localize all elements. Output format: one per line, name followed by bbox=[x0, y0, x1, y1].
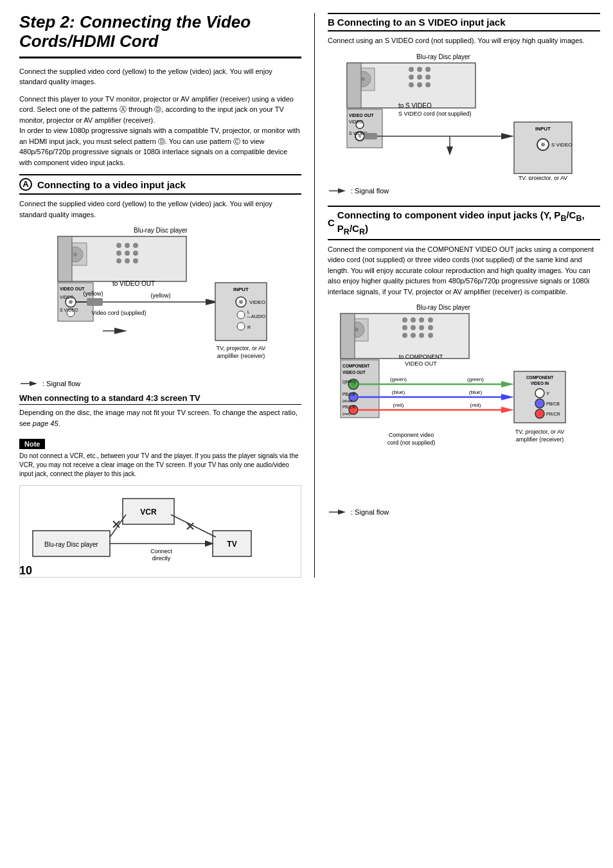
comp-cord-label2: cord (not supplied) bbox=[387, 439, 436, 446]
comp-in-label: COMPONENT bbox=[526, 375, 553, 380]
diagram-b-svg: Blu-ray Disc player bbox=[328, 51, 600, 180]
connector-dot-a2 bbox=[125, 243, 130, 248]
section-a-desc: Connect the supplied video cord (yellow)… bbox=[19, 199, 301, 220]
red-label-out: (red) bbox=[342, 412, 351, 416]
tv-svideo-label-b: S VIDEO bbox=[551, 142, 572, 148]
signal-flow-c: : Signal flow bbox=[328, 508, 600, 517]
pb-label-out: PB/CB bbox=[342, 392, 355, 396]
y-label-in: Y bbox=[546, 391, 550, 396]
prcr-label-in: PR/CR bbox=[546, 412, 560, 416]
signal-flow-a: : Signal flow bbox=[19, 379, 301, 388]
bluray-label-c: Blu-ray Disc player bbox=[416, 304, 471, 311]
input-label-b: INPUT bbox=[535, 126, 551, 132]
blue-label-cable: (blue) bbox=[392, 389, 405, 395]
diagram-a-svg: Blu-ray Disc player bbox=[19, 225, 302, 373]
yellow-label-a1: (yellow) bbox=[83, 290, 103, 297]
green-label-out: (green) bbox=[342, 379, 356, 384]
cable-conn-a bbox=[87, 298, 103, 306]
dot-c2 bbox=[411, 317, 416, 323]
green-label-cable-r: (green) bbox=[467, 376, 484, 382]
left-column: Step 2: Connecting the Video Cords/HDMI … bbox=[19, 13, 315, 578]
signal-flow-arrow-b bbox=[328, 186, 347, 195]
video-jack-center-a bbox=[69, 300, 73, 304]
pr-label-out: PR/CR bbox=[342, 405, 356, 409]
to-svideo-label: to S VIDEO bbox=[398, 102, 432, 109]
note-label: Note bbox=[19, 439, 45, 449]
dot-c9 bbox=[402, 333, 407, 338]
main-title: Step 2: Connecting the Video Cords/HDMI … bbox=[19, 13, 301, 58]
section-b-title: B Connecting to an S VIDEO input jack bbox=[328, 13, 600, 31]
video-out-text-b: VIDEO OUT bbox=[349, 113, 374, 118]
dot-c12 bbox=[428, 333, 433, 338]
section-b-letter: B bbox=[328, 17, 335, 28]
line-vcr-tv bbox=[171, 515, 216, 537]
signal-flow-text-c: : Signal flow bbox=[351, 508, 389, 516]
input-label-a: INPUT bbox=[233, 287, 249, 292]
connector-dot-a6 bbox=[133, 251, 138, 256]
subsection-4-3-title: When connecting to a standard 4:3 screen… bbox=[19, 393, 301, 405]
tv-projector-label-a2: amplifier (receiver) bbox=[217, 353, 265, 359]
svideo-cord-label: S VIDEO cord (not supplied) bbox=[398, 111, 472, 117]
disc-center-c bbox=[355, 328, 359, 332]
section-a-letter: A bbox=[19, 178, 32, 191]
dot-c11 bbox=[419, 333, 424, 338]
dot-c5 bbox=[402, 325, 407, 330]
connector-dot-a1 bbox=[116, 243, 121, 248]
audio-l-label-a: L bbox=[247, 310, 250, 314]
tv-audio-l-a bbox=[237, 311, 245, 319]
section-b: B Connecting to an S VIDEO input jack Co… bbox=[328, 13, 600, 195]
dot-c6 bbox=[411, 325, 416, 330]
arrow-b bbox=[501, 133, 514, 139]
dots-b4 bbox=[409, 75, 414, 80]
to-video-out-label: to VIDEO OUT bbox=[112, 280, 155, 287]
y-jack-in bbox=[535, 389, 544, 398]
bluray-label-b: Blu-ray Disc player bbox=[416, 53, 471, 60]
pb-jack-in bbox=[535, 399, 544, 408]
section-c-label: Connecting to component video input jack… bbox=[337, 209, 600, 236]
dots-b9 bbox=[425, 82, 431, 87]
connector-dot-a7 bbox=[116, 258, 121, 263]
diagram-c: Blu-ray Disc player bbox=[328, 302, 600, 502]
vcr-label: VCR bbox=[140, 508, 157, 517]
video-label-b: VIDEO bbox=[349, 120, 363, 124]
comp-out-text: COMPONENT bbox=[342, 364, 369, 368]
svideo-label-a: S VIDEO bbox=[60, 308, 78, 312]
tv-svideo-center-b bbox=[541, 143, 545, 146]
audio-label-a: —AUDIO bbox=[247, 314, 266, 319]
green-arrow bbox=[501, 381, 514, 387]
yellow-label-a2: (yellow) bbox=[150, 292, 170, 299]
video-cord-label-a: Video cord (supplied) bbox=[92, 310, 147, 316]
connector-dot-a4 bbox=[116, 251, 121, 256]
diagram-a: Blu-ray Disc player bbox=[19, 225, 301, 374]
intro-text-2: Connect this player to your TV monitor, … bbox=[19, 94, 301, 168]
tv-label-c2: amplifier (receiver) bbox=[516, 436, 564, 443]
disc-center-b bbox=[361, 77, 365, 81]
svg-marker-5 bbox=[338, 509, 346, 515]
section-c: C Connecting to component video input ja… bbox=[328, 206, 600, 517]
dots-b7 bbox=[409, 82, 414, 87]
section-b-desc: Connect using an S VIDEO cord (not suppl… bbox=[328, 35, 600, 46]
left-panel-c bbox=[341, 314, 355, 359]
bluray-label-a: Blu-ray Disc player bbox=[134, 227, 188, 234]
blue-label-out: (blue) bbox=[342, 399, 352, 403]
page-number: 10 bbox=[19, 564, 32, 578]
section-c-title: C Connecting to component video input ja… bbox=[328, 206, 600, 240]
red-arrow bbox=[501, 407, 514, 413]
signal-flow-text-b: : Signal flow bbox=[351, 187, 389, 195]
bluray-label-vcr: Blu-ray Disc player bbox=[44, 541, 99, 548]
dots-b6 bbox=[425, 75, 431, 80]
svg-marker-1 bbox=[30, 381, 37, 386]
subsection-4-3-desc: Depending on the disc, the image may not… bbox=[19, 407, 301, 429]
section-b-label: Connecting to an S VIDEO input jack bbox=[337, 17, 506, 28]
dot-c10 bbox=[411, 333, 416, 338]
intro-text-1: Connect the supplied video cord (yellow)… bbox=[19, 66, 301, 87]
svg-marker-3 bbox=[338, 188, 346, 193]
tv-video-label-a: VIDEO bbox=[249, 299, 265, 305]
diagram-c-svg: Blu-ray Disc player bbox=[328, 302, 600, 501]
blue-label-cable-r: (blue) bbox=[469, 389, 483, 395]
to-component-label2: VIDEO OUT bbox=[405, 360, 437, 367]
comp-in-label2: VIDEO IN bbox=[531, 381, 549, 385]
audio-r-label-a: R bbox=[247, 325, 251, 330]
dot-c3 bbox=[419, 317, 424, 323]
vcr-diagram-svg: VCR Blu-ray Disc player TV bbox=[26, 492, 271, 569]
